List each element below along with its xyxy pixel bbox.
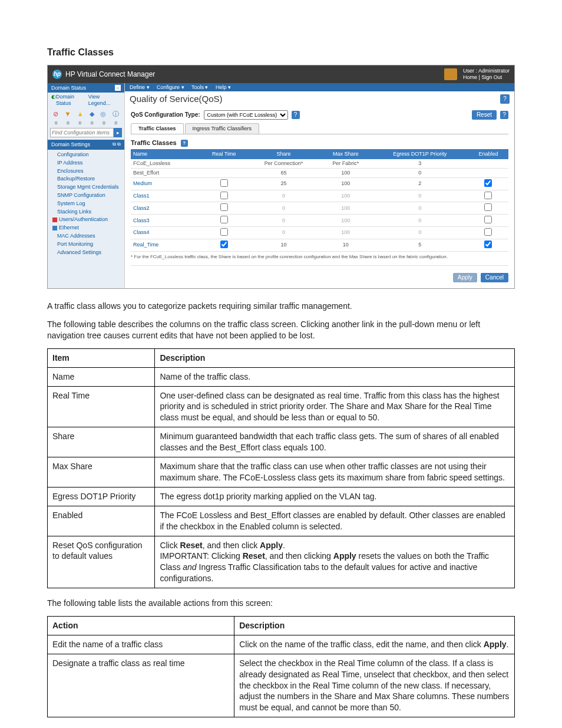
- table-row: Max ShareMaximum share that the traffic …: [48, 457, 515, 487]
- enabled-checkbox[interactable]: [484, 203, 492, 211]
- paragraph-table-intro: The following table describes the column…: [47, 319, 515, 341]
- table-row: Best_Effort651000: [131, 168, 508, 177]
- page-heading: Traffic Classes: [47, 47, 515, 58]
- sidebar-item[interactable]: System Log: [48, 199, 124, 207]
- table-row: Egress DOT1P PriorityThe egress dot1p pr…: [48, 487, 515, 506]
- home-icon[interactable]: [444, 68, 457, 80]
- class-name-cell[interactable]: Class3: [131, 215, 200, 227]
- info-icon[interactable]: ?: [292, 111, 300, 119]
- table-row: EnabledThe FCoE Lossless and Best_Effort…: [48, 506, 515, 536]
- menubar[interactable]: Define ▾ Configure ▾ Tools ▾ Help ▾: [125, 83, 514, 92]
- sidebar-item[interactable]: IP Address: [48, 159, 124, 167]
- reset-button[interactable]: Reset: [472, 110, 497, 120]
- alert-minor-icon: ▲: [77, 110, 84, 118]
- titlebar: hp HP Virtual Connect Manager User : Adm…: [48, 65, 514, 83]
- sidebar-item[interactable]: Storage Mgmt Credentials: [48, 183, 124, 192]
- class-name-cell[interactable]: Real_Time: [131, 239, 200, 251]
- table-row: Class101000: [131, 190, 508, 202]
- tab-ingress-classifiers[interactable]: Ingress Traffic Classifiers: [185, 123, 259, 134]
- table-footnote: * For the FCoE_Lossless traffic class, t…: [131, 254, 508, 260]
- find-go-button[interactable]: ▸: [114, 128, 122, 137]
- alert-critical-icon: ⊘: [53, 110, 58, 118]
- expand-icons[interactable]: ⧉ ⧉: [113, 141, 121, 147]
- class-name-cell[interactable]: Class1: [131, 190, 200, 202]
- domain-status-link[interactable]: Domain Status: [56, 94, 88, 107]
- sidebar-item[interactable]: Users/Authentication: [48, 216, 124, 224]
- domain-settings-header: Domain Settings ⧉ ⧉: [48, 140, 124, 150]
- help-icon[interactable]: ?: [500, 94, 510, 104]
- table-row: Designate a traffic class as real timeSe…: [48, 654, 515, 717]
- screenshot-panel: hp HP Virtual Connect Manager User : Adm…: [47, 65, 515, 289]
- enabled-checkbox[interactable]: [484, 179, 492, 187]
- class-name-cell[interactable]: Class4: [131, 226, 200, 239]
- traffic-classes-table: Name Real Time Share Max Share Egress DO…: [131, 149, 508, 251]
- left-sidebar: Domain Status − ◐ Domain Status View Leg…: [48, 83, 125, 289]
- class-name-cell[interactable]: Medium: [131, 177, 200, 190]
- status-ok-icon: ◐: [51, 94, 56, 107]
- class-name-cell: Best_Effort: [131, 168, 200, 177]
- sidebar-item[interactable]: Backup/Restore: [48, 175, 124, 183]
- view-legend-link[interactable]: View Legend...: [88, 94, 121, 107]
- sidebar-item[interactable]: Ethernet: [48, 224, 124, 232]
- sidebar-item[interactable]: Configuration: [48, 151, 124, 159]
- config-type-label: QoS Configuration Type:: [131, 111, 200, 118]
- alert-info-icon: ◆: [90, 110, 94, 118]
- reset-info-icon[interactable]: ?: [500, 111, 508, 119]
- tree-node-icon: [52, 226, 57, 230]
- table-row: NameName of the traffic class.: [48, 367, 515, 386]
- realtime-checkbox[interactable]: [220, 179, 228, 187]
- alert-major-icon: ▼: [65, 110, 71, 118]
- table-row: FCoE_LosslessPer Connection*Per Fabric*3: [131, 159, 508, 168]
- hp-logo-icon: hp: [52, 70, 62, 79]
- domain-status-header: Domain Status −: [48, 83, 124, 93]
- header-links[interactable]: Home | Sign Out: [463, 74, 510, 81]
- section-subtitle: Traffic Classes: [131, 139, 177, 146]
- enabled-checkbox[interactable]: [484, 192, 492, 199]
- find-input[interactable]: [50, 128, 114, 137]
- config-type-select[interactable]: Custom (with FCoE Lossless): [204, 110, 288, 120]
- sidebar-item[interactable]: Port Monitoring: [48, 240, 124, 248]
- tree-node-icon: [52, 218, 57, 222]
- class-name-cell: FCoE_Lossless: [131, 159, 200, 168]
- realtime-checkbox[interactable]: [220, 192, 228, 199]
- apply-button[interactable]: Apply: [453, 273, 477, 282]
- alert-unknown-icon: ⓘ: [113, 110, 119, 118]
- alert-ok-icon: ◎: [100, 110, 106, 118]
- sidebar-item[interactable]: MAC Addresses: [48, 232, 124, 241]
- realtime-checkbox[interactable]: [220, 203, 228, 211]
- realtime-checkbox[interactable]: [220, 216, 228, 223]
- table-row: Edit the name of a traffic classClick on…: [48, 635, 515, 654]
- table-row: Reset QoS configuration to default value…: [48, 536, 515, 588]
- realtime-checkbox[interactable]: [220, 228, 228, 236]
- sidebar-item[interactable]: Stacking Links: [48, 207, 124, 216]
- cancel-button[interactable]: Cancel: [481, 273, 508, 282]
- realtime-checkbox[interactable]: [220, 241, 228, 248]
- enabled-checkbox[interactable]: [484, 241, 492, 248]
- collapse-icon[interactable]: −: [115, 85, 121, 91]
- table-row: Class401000: [131, 226, 508, 239]
- table-row: Medium251002: [131, 177, 508, 190]
- columns-description-table: Item Description NameName of the traffic…: [47, 348, 515, 588]
- enabled-checkbox[interactable]: [484, 228, 492, 236]
- actions-table: Action Description Edit the name of a tr…: [47, 616, 515, 717]
- table-row: Real_Time10105: [131, 239, 508, 251]
- table-row: Class201000: [131, 202, 508, 215]
- table-row: Real TimeOne user-defined class can be d…: [48, 386, 515, 427]
- app-title: HP Virtual Connect Manager: [65, 70, 155, 78]
- sidebar-item[interactable]: SNMP Configuration: [48, 192, 124, 200]
- tab-traffic-classes[interactable]: Traffic Classes: [131, 123, 184, 134]
- paragraph-actions-intro: The following table lists the available …: [47, 598, 515, 609]
- sidebar-item[interactable]: Enclosures: [48, 167, 124, 175]
- content-title: Quality of Service(QoS): [130, 94, 223, 104]
- table-row: ShareMinimum guaranteed bandwidth that e…: [48, 427, 515, 457]
- enabled-checkbox[interactable]: [484, 216, 492, 223]
- sidebar-item[interactable]: Advanced Settings: [48, 248, 124, 256]
- paragraph-intro: A traffic class allows you to categorize…: [47, 301, 515, 312]
- section-help-icon[interactable]: ?: [181, 140, 188, 147]
- class-name-cell[interactable]: Class2: [131, 202, 200, 215]
- nav-tree: ConfigurationIP AddressEnclosuresBackup/…: [48, 150, 124, 260]
- user-label: User : Administrator: [463, 68, 510, 74]
- main-content: Define ▾ Configure ▾ Tools ▾ Help ▾ Qual…: [125, 83, 514, 289]
- table-row: Class301000: [131, 215, 508, 227]
